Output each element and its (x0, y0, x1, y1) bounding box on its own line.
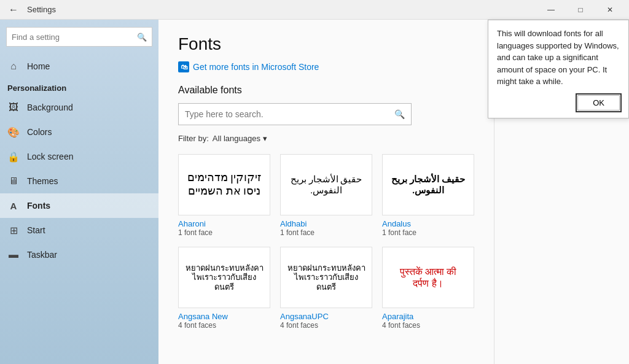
lock-icon: 🔒 (7, 150, 20, 163)
font-preview: पुस्तकें आत्मा कीदर्पण है। (382, 247, 474, 308)
minimize-button[interactable]: — (537, 0, 565, 20)
store-link[interactable]: 🛍 Get more fonts in Microsoft Store (178, 61, 474, 72)
sidebar-item-taskbar[interactable]: ▬ Taskbar (0, 242, 158, 267)
font-faces-angsana-new: 4 font faces (178, 321, 270, 330)
sidebar: 🔍 ⌂ Home Personalization 🖼 Background 🎨 … (0, 20, 158, 364)
chevron-down-icon: ▾ (263, 134, 267, 143)
font-preview: หยาดฝนกระทบหลังคาไพเราะราวกับเสียงดนตรี (178, 247, 270, 308)
taskbar-icon: ▬ (7, 249, 20, 261)
sidebar-item-colors[interactable]: 🎨 Colors (0, 120, 158, 144)
font-card-angsanaupc: หยาดฝนกระทบหลังคาไพเราะราวกับเสียงดนตรี … (280, 247, 372, 330)
titlebar: ← Settings — □ ✕ (0, 0, 629, 20)
search-icon: 🔍 (137, 33, 147, 42)
available-fonts-label: Available fonts (178, 85, 474, 96)
font-preview-text: זיקוקין מדהימיםניסו את השמיים (187, 171, 262, 198)
tooltip-text: This will download fonts for all languag… (497, 28, 620, 88)
font-search-input[interactable] (185, 109, 394, 119)
font-preview-text: หยาดฝนกระทบหลังคาไพเราะราวกับเสียงดนตรี (286, 263, 367, 292)
main-content: Fonts 🛍 Get more fonts in Microsoft Stor… (158, 20, 494, 364)
filter-row: Filter by: All languages ▾ (178, 134, 474, 143)
sidebar-item-lockscreen[interactable]: 🔒 Lock screen (0, 144, 158, 169)
back-button[interactable]: ← (5, 1, 22, 18)
font-card-andalus: حقيف الأشجار بريحالنفوس. Andalus 1 font … (382, 154, 474, 237)
font-search[interactable]: 🔍 (178, 103, 412, 125)
fonts-icon: A (7, 199, 20, 212)
search-icon: 🔍 (394, 109, 405, 119)
settings-search[interactable]: 🔍 (6, 27, 152, 47)
window-controls: — □ ✕ (537, 0, 624, 20)
font-name-aparajita[interactable]: Aparajita (382, 312, 474, 321)
maximize-button[interactable]: □ (566, 0, 595, 20)
titlebar-title: Settings (27, 5, 56, 14)
start-icon: ⊞ (7, 224, 20, 236)
home-icon: ⌂ (7, 60, 20, 72)
tooltip-popup: This will download fonts for all languag… (488, 20, 629, 118)
font-name-angsanaupc[interactable]: AngsanaUPC (280, 312, 372, 321)
sidebar-item-home[interactable]: ⌂ Home (0, 54, 158, 79)
sidebar-item-background[interactable]: 🖼 Background (0, 95, 158, 120)
font-name-aharoni[interactable]: Aharoni (178, 219, 270, 228)
sidebar-section-title: Personalization (0, 79, 158, 95)
font-preview: حقيق الأشجار بريح النفوس. (280, 154, 372, 215)
font-faces-angsanaupc: 4 font faces (280, 321, 372, 330)
fonts-grid: זיקוקין מדהימיםניסו את השמיים Aharoni 1 … (178, 154, 474, 330)
font-card-angsana-new: หยาดฝนกระทบหลังคาไพเราะราวกับเสียงดนตรี … (178, 247, 270, 330)
font-preview: หยาดฝนกระทบหลังคาไพเราะราวกับเสียงดนตรี (280, 247, 372, 308)
font-faces-aparajita: 4 font faces (382, 321, 474, 330)
sidebar-item-fonts[interactable]: A Fonts (0, 193, 158, 218)
close-button[interactable]: ✕ (596, 0, 624, 20)
tooltip-ok-button[interactable]: OK (577, 95, 620, 110)
font-faces-aharoni: 1 font face (178, 228, 270, 237)
font-faces-andalus: 1 font face (382, 228, 474, 237)
font-name-angsana-new[interactable]: Angsana New (178, 312, 270, 321)
font-preview: حقيف الأشجار بريحالنفوس. (382, 154, 474, 215)
background-icon: 🖼 (7, 101, 20, 114)
font-faces-aldhabi: 1 font face (280, 228, 372, 237)
sidebar-item-start[interactable]: ⊞ Start (0, 218, 158, 242)
font-preview-text: حقيق الأشجار بريح النفوس. (286, 174, 367, 196)
font-preview-text: حقيف الأشجار بريحالنفوس. (391, 174, 465, 196)
store-icon: 🛍 (178, 61, 189, 72)
page-title: Fonts (178, 34, 474, 54)
colors-icon: 🎨 (7, 126, 20, 138)
font-card-aparajita: पुस्तकें आत्मा कीदर्पण है। Aparajita 4 f… (382, 247, 474, 330)
font-preview-text: पुस्तकें आत्मा कीदर्पण है। (400, 266, 457, 289)
font-preview: זיקוקין מדהימיםניסו את השמיים (178, 154, 270, 215)
font-name-aldhabi[interactable]: Aldhabi (280, 219, 372, 228)
font-card-aharoni: זיקוקין מדהימיםניסו את השמיים Aharoni 1 … (178, 154, 270, 237)
language-filter[interactable]: All languages ▾ (213, 134, 267, 143)
font-card-aldhabi: حقيق الأشجار بريح النفوس. Aldhabi 1 font… (280, 154, 372, 237)
search-input[interactable] (12, 33, 137, 42)
sidebar-item-themes[interactable]: 🖥 Themes (0, 169, 158, 193)
font-preview-text: หยาดฝนกระทบหลังคาไพเราะราวกับเสียงดนตรี (184, 263, 265, 292)
font-name-andalus[interactable]: Andalus (382, 219, 474, 228)
themes-icon: 🖥 (7, 175, 20, 187)
